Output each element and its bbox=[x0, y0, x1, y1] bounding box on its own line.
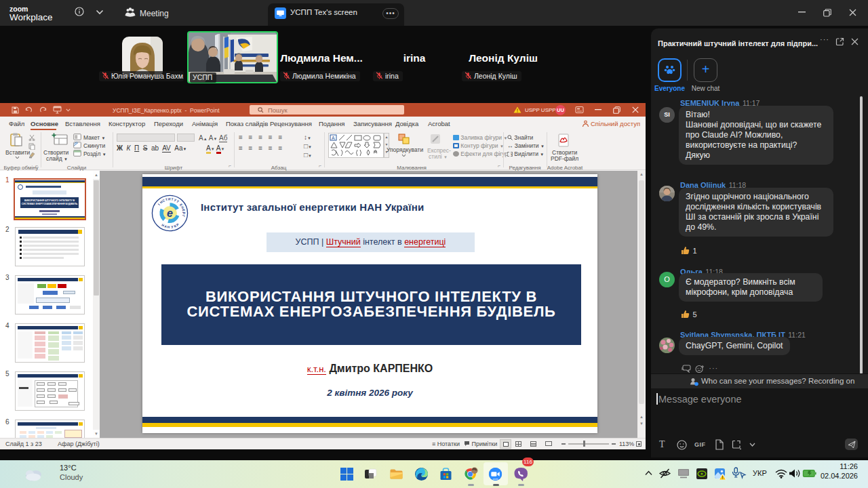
svg-text:zoom: zoom bbox=[493, 478, 498, 481]
svg-text:e: e bbox=[167, 207, 173, 219]
svg-text:A: A bbox=[332, 136, 335, 140]
